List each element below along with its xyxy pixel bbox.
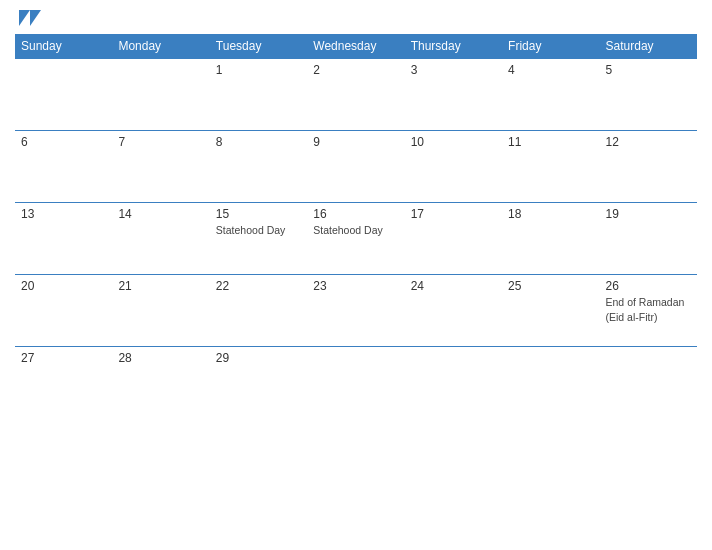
calendar-cell: 9 [307, 131, 404, 203]
calendar-cell: 8 [210, 131, 307, 203]
day-number: 2 [313, 63, 398, 77]
day-number: 28 [118, 351, 203, 365]
calendar-week-row: 12345 [15, 59, 697, 131]
day-number: 8 [216, 135, 301, 149]
day-number: 5 [606, 63, 691, 77]
day-number: 16 [313, 207, 398, 221]
calendar-cell: 27 [15, 347, 112, 402]
day-number: 1 [216, 63, 301, 77]
calendar-cell: 10 [405, 131, 502, 203]
weekday-header-row: SundayMondayTuesdayWednesdayThursdayFrid… [15, 34, 697, 59]
calendar-cell: 21 [112, 275, 209, 347]
calendar-cell: 19 [600, 203, 697, 275]
weekday-header-wednesday: Wednesday [307, 34, 404, 59]
calendar-cell: 3 [405, 59, 502, 131]
weekday-header-tuesday: Tuesday [210, 34, 307, 59]
calendar-cell: 5 [600, 59, 697, 131]
calendar-cell: 7 [112, 131, 209, 203]
calendar-cell [502, 347, 599, 402]
day-number: 4 [508, 63, 593, 77]
day-number: 27 [21, 351, 106, 365]
day-number: 18 [508, 207, 593, 221]
day-number: 9 [313, 135, 398, 149]
calendar-cell: 15Statehood Day [210, 203, 307, 275]
day-number: 7 [118, 135, 203, 149]
day-number: 25 [508, 279, 593, 293]
weekday-header-sunday: Sunday [15, 34, 112, 59]
calendar-week-row: 272829 [15, 347, 697, 402]
calendar-cell: 29 [210, 347, 307, 402]
calendar-cell: 2 [307, 59, 404, 131]
day-number: 23 [313, 279, 398, 293]
calendar-header: SundayMondayTuesdayWednesdayThursdayFrid… [15, 34, 697, 59]
event-label: Statehood Day [216, 224, 285, 236]
calendar-cell: 13 [15, 203, 112, 275]
calendar-cell: 22 [210, 275, 307, 347]
calendar-table: SundayMondayTuesdayWednesdayThursdayFrid… [15, 34, 697, 402]
calendar-week-row: 131415Statehood Day16Statehood Day171819 [15, 203, 697, 275]
day-number: 19 [606, 207, 691, 221]
day-number: 22 [216, 279, 301, 293]
day-number: 15 [216, 207, 301, 221]
calendar-cell [307, 347, 404, 402]
day-number: 24 [411, 279, 496, 293]
calendar-cell [405, 347, 502, 402]
calendar-week-row: 6789101112 [15, 131, 697, 203]
day-number: 29 [216, 351, 301, 365]
day-number: 10 [411, 135, 496, 149]
calendar-cell: 24 [405, 275, 502, 347]
calendar-cell: 20 [15, 275, 112, 347]
event-label: Statehood Day [313, 224, 382, 236]
calendar-cell: 17 [405, 203, 502, 275]
calendar-cell: 12 [600, 131, 697, 203]
calendar-body: 123456789101112131415Statehood Day16Stat… [15, 59, 697, 402]
calendar-cell: 14 [112, 203, 209, 275]
header [15, 10, 697, 26]
day-number: 11 [508, 135, 593, 149]
day-number: 17 [411, 207, 496, 221]
day-number: 14 [118, 207, 203, 221]
weekday-header-monday: Monday [112, 34, 209, 59]
logo-flag-icon [19, 10, 41, 26]
weekday-header-saturday: Saturday [600, 34, 697, 59]
day-number: 20 [21, 279, 106, 293]
weekday-header-thursday: Thursday [405, 34, 502, 59]
day-number: 12 [606, 135, 691, 149]
calendar-cell: 28 [112, 347, 209, 402]
calendar-cell: 26End of Ramadan (Eid al-Fitr) [600, 275, 697, 347]
calendar-cell: 18 [502, 203, 599, 275]
event-label: End of Ramadan (Eid al-Fitr) [606, 296, 685, 323]
day-number: 26 [606, 279, 691, 293]
logo [15, 10, 43, 26]
calendar-page: SundayMondayTuesdayWednesdayThursdayFrid… [0, 0, 712, 550]
calendar-cell: 4 [502, 59, 599, 131]
calendar-cell: 23 [307, 275, 404, 347]
calendar-cell [15, 59, 112, 131]
calendar-cell: 6 [15, 131, 112, 203]
calendar-cell [600, 347, 697, 402]
calendar-cell: 1 [210, 59, 307, 131]
day-number: 21 [118, 279, 203, 293]
day-number: 13 [21, 207, 106, 221]
calendar-cell [112, 59, 209, 131]
calendar-cell: 25 [502, 275, 599, 347]
weekday-header-friday: Friday [502, 34, 599, 59]
day-number: 6 [21, 135, 106, 149]
calendar-week-row: 20212223242526End of Ramadan (Eid al-Fit… [15, 275, 697, 347]
day-number: 3 [411, 63, 496, 77]
calendar-cell: 11 [502, 131, 599, 203]
calendar-cell: 16Statehood Day [307, 203, 404, 275]
